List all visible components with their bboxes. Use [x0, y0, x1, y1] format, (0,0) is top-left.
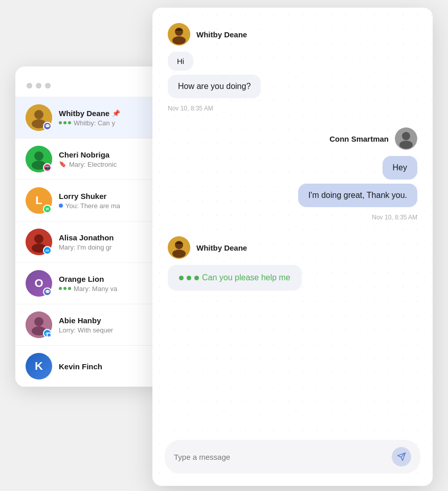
avatar-wrap-orange: O 💬 — [26, 270, 52, 297]
contact-meta-abie: Lorry: With sequer — [59, 326, 151, 334]
msg-sender-name-1: Whitby Deane — [196, 30, 247, 39]
avatar-wrap-cheri: 📷 — [26, 146, 52, 172]
contact-item-orange[interactable]: O 💬 Orange Lion Mary: Many va — [15, 262, 161, 304]
badge-orange: 💬 — [43, 287, 52, 296]
avatar-wrap-lorry: L W — [26, 187, 52, 214]
window-controls — [27, 78, 51, 92]
dot-1 — [27, 83, 32, 88]
typing-dots-orange — [59, 287, 71, 290]
dot-3 — [45, 83, 51, 88]
contact-name-orange: Orange Lion — [59, 275, 151, 283]
svg-point-10 — [34, 317, 43, 326]
contact-info-abie: Abie Hanby Lorry: With sequer — [59, 316, 151, 334]
svg-point-16 — [402, 132, 410, 140]
msg-avatar-whitby-2 — [168, 236, 190, 259]
badge-whitby: 💬 — [43, 122, 52, 130]
contact-name-whitby: Whitby Deane 📌 — [59, 109, 151, 118]
contact-item-lorry[interactable]: L W Lorry Shuker You: There are ma — [15, 180, 161, 221]
timestamp-2: Nov 10, 8:35 AM — [372, 214, 417, 221]
contact-preview-abie: Lorry: With sequer — [59, 326, 113, 334]
bubble-hi: Hi — [168, 52, 193, 71]
contact-item-whitby[interactable]: 💬 Whitby Deane 📌 Whitby: Can y — [15, 97, 161, 138]
contact-info-alisa: Alisa Jonathon Mary: I'm doing gr — [59, 233, 151, 251]
message-input[interactable] — [174, 453, 387, 461]
contact-item-abie[interactable]: m Abie Hanby Lorry: With sequer — [15, 304, 161, 345]
typing-dots-whitby — [59, 121, 71, 124]
chat-content: Whitby Deane Hi How are you doing? Nov 1… — [152, 8, 433, 432]
msg-avatar-whitby — [168, 23, 190, 46]
chat-panel: Whitby Deane Hi How are you doing? Nov 1… — [152, 8, 433, 486]
contact-meta-cheri: 🔖 Mary: Electronic — [59, 161, 151, 168]
contact-meta-alisa: Mary: I'm doing gr — [59, 243, 151, 251]
contact-preview-alisa: Mary: I'm doing gr — [59, 243, 112, 251]
contact-item-alisa[interactable]: m Alisa Jonathon Mary: I'm doing gr — [15, 221, 161, 262]
typing-bubble: Can you please help me — [168, 265, 302, 291]
send-button[interactable] — [392, 447, 411, 466]
contact-name-cheri: Cheri Nobriga — [59, 150, 151, 159]
avatar-kevin: K — [26, 353, 52, 380]
contact-name-abie: Abie Hanby — [59, 316, 151, 325]
send-icon — [397, 452, 406, 461]
contact-info-cheri: Cheri Nobriga 🔖 Mary: Electronic — [59, 150, 151, 168]
svg-point-7 — [34, 234, 43, 243]
bubble-doing-great: I'm doing great, Thank you. — [298, 184, 417, 207]
contact-name-kevin: Kevin Finch — [59, 362, 151, 371]
contact-info-whitby: Whitby Deane 📌 Whitby: Can y — [59, 109, 151, 127]
message-group-2: Conn Smartman Hey I'm doing great, Thank… — [168, 127, 417, 221]
contact-meta-lorry: You: There are ma — [59, 202, 151, 210]
bubble-hey: Hey — [383, 156, 417, 180]
contact-meta-whitby: Whitby: Can y — [59, 119, 151, 127]
contact-name-lorry: Lorry Shuker — [59, 192, 151, 200]
msg-sender-name-3: Whitby Deane — [196, 243, 247, 252]
message-group-1: Whitby Deane Hi How are you doing? Nov 1… — [168, 23, 417, 112]
contact-meta-orange: Mary: Many va — [59, 285, 151, 293]
svg-point-17 — [399, 141, 413, 149]
notification-dot-lorry — [59, 204, 63, 208]
panel-header — [15, 66, 161, 97]
sender-row-2: Conn Smartman — [329, 127, 417, 150]
avatar-wrap-alisa: m — [26, 229, 52, 255]
notification-dot-abie — [47, 332, 52, 338]
avatar-wrap-abie: m — [26, 311, 52, 338]
typing-dot-2 — [187, 276, 191, 280]
svg-point-20 — [172, 250, 186, 258]
contact-item-kevin[interactable]: K Kevin Finch — [15, 345, 161, 387]
contact-preview-whitby: Whitby: Can y — [74, 119, 115, 127]
msg-sender-name-2: Conn Smartman — [329, 135, 389, 143]
avatar-wrap-kevin: K — [26, 353, 52, 380]
contact-name-alisa: Alisa Jonathon — [59, 233, 151, 242]
contact-info-orange: Orange Lion Mary: Many va — [59, 275, 151, 293]
svg-point-4 — [34, 151, 43, 161]
sender-row-1: Whitby Deane — [168, 23, 417, 46]
bubble-how-are-you: How are you doing? — [168, 75, 261, 98]
contact-item-cheri[interactable]: 📷 Cheri Nobriga 🔖 Mary: Electronic — [15, 138, 161, 180]
sender-row-3: Whitby Deane — [168, 236, 417, 259]
badge-alisa: m — [43, 246, 52, 255]
contact-preview-lorry: You: There are ma — [65, 202, 120, 210]
chat-input-area — [152, 432, 433, 486]
pin-icon: 📌 — [112, 109, 120, 117]
contact-preview-orange: Mary: Many va — [74, 285, 117, 293]
contact-list-panel: 💬 Whitby Deane 📌 Whitby: Can y — [15, 66, 161, 387]
dot-2 — [36, 83, 41, 88]
typing-dot-1 — [179, 276, 184, 280]
svg-point-1 — [34, 110, 43, 119]
badge-cheri: 📷 — [43, 163, 52, 172]
input-bar — [165, 440, 420, 474]
svg-point-14 — [172, 36, 186, 44]
timestamp-1: Nov 10, 8:35 AM — [168, 105, 417, 112]
typing-message-text: Can you please help me — [202, 273, 290, 282]
contact-preview-cheri: Mary: Electronic — [69, 161, 117, 168]
typing-dot-3 — [194, 276, 199, 280]
bookmark-icon-cheri: 🔖 — [59, 161, 66, 168]
avatar-wrap-whitby: 💬 — [26, 104, 52, 131]
msg-avatar-conn — [395, 127, 417, 150]
message-group-3: Whitby Deane Can you please help me — [168, 236, 417, 295]
badge-lorry: W — [43, 205, 52, 213]
contact-info-lorry: Lorry Shuker You: There are ma — [59, 192, 151, 210]
contact-info-kevin: Kevin Finch — [59, 362, 151, 371]
